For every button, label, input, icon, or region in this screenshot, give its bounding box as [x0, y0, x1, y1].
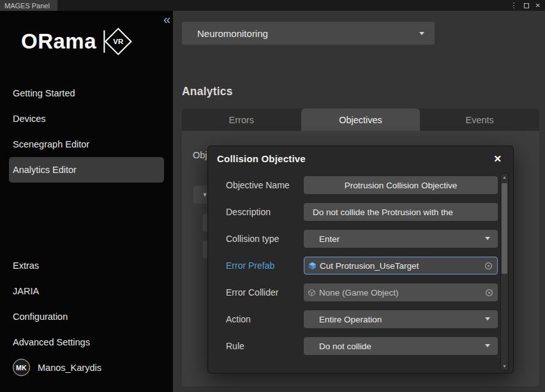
error-collider-value: None (Game Object): [319, 288, 481, 298]
action-value: Entire Operation: [319, 315, 382, 324]
sidebar-item-extras[interactable]: Extras: [9, 253, 164, 278]
vr-diamond-logo-icon: VR: [97, 24, 133, 59]
sidebar-item-label: Analytics Editor: [13, 165, 77, 175]
modal-scrollbar[interactable]: ▲ ▼: [500, 173, 509, 371]
sidebar-item-advanced-settings[interactable]: Advanced Settings: [9, 329, 164, 355]
sidebar-item-label: JARIA: [13, 286, 39, 296]
main-content: Neuromonitoring Analytics Errors Objecti…: [173, 11, 545, 392]
object-picker-icon[interactable]: [484, 261, 493, 271]
mages-panel-window: MAGES Panel ⋮ ✕ « ORama VR Getting Start…: [0, 0, 545, 392]
field-row: Rule Do not collide: [208, 333, 498, 359]
rule-dropdown[interactable]: Do not collide: [304, 337, 498, 355]
sidebar-item-devices[interactable]: Devices: [9, 106, 164, 132]
sidebar-item-label: Getting Started: [13, 88, 75, 98]
maximize-icon[interactable]: [524, 3, 529, 8]
kebab-menu-icon[interactable]: ⋮: [511, 2, 518, 9]
tab-objectives[interactable]: Objectives: [301, 109, 421, 131]
chevron-down-icon: [485, 344, 490, 347]
description-value: Do not collide the Protrusion with the: [313, 207, 453, 217]
collision-type-value: Enter: [319, 234, 340, 244]
objective-name-input[interactable]: Protrusion Collision Objective: [304, 176, 498, 194]
analytics-tabs: Errors Objectives Events: [182, 109, 539, 131]
scrollbar-thumb[interactable]: [502, 183, 507, 274]
logo-mark-text: VR: [113, 38, 123, 45]
collision-type-dropdown[interactable]: Enter: [304, 230, 498, 248]
logo-wordmark: ORama: [21, 29, 96, 54]
gameobject-cube-icon: [308, 289, 316, 297]
modal-fields: Objective Name Protrusion Collision Obje…: [208, 172, 498, 359]
scene-dropdown[interactable]: Neuromonitoring: [182, 22, 435, 45]
objective-name-value: Protrusion Collision Objective: [345, 181, 457, 190]
sidebar-spacer: [0, 183, 173, 253]
chevron-down-icon: [485, 317, 490, 320]
prefab-cube-icon: [308, 262, 317, 270]
tab-events[interactable]: Events: [420, 109, 539, 131]
error-collider-object-field[interactable]: None (Game Object): [304, 283, 498, 301]
user-profile[interactable]: MK Manos_Karydis: [13, 359, 101, 376]
sidebar-item-label: Scenegraph Editor: [13, 139, 89, 149]
field-row: Error Prefab Cut Protrusion_UseTarget: [208, 252, 498, 279]
chevron-down-icon: [419, 32, 424, 35]
field-row: Description Do not collide the Protrusio…: [208, 199, 498, 225]
sidebar: « ORama VR Getting Started Devices Scene…: [0, 11, 173, 392]
modal-header: Collision Objective ✕: [208, 146, 513, 170]
scroll-down-icon[interactable]: ▼: [501, 363, 508, 370]
avatar: MK: [13, 359, 30, 376]
object-picker-icon[interactable]: [484, 288, 494, 298]
field-label: Rule: [226, 341, 304, 351]
error-prefab-object-field[interactable]: Cut Protrusion_UseTarget: [304, 257, 498, 275]
page-title: Analytics: [182, 85, 233, 98]
sidebar-item-label: Extras: [13, 260, 39, 271]
sidebar-collapse-button[interactable]: «: [163, 11, 170, 27]
scroll-up-icon[interactable]: ▲: [501, 174, 508, 181]
scene-dropdown-value: Neuromonitoring: [197, 28, 268, 39]
chevron-down-icon: [485, 237, 490, 240]
sidebar-item-label: Advanced Settings: [13, 337, 90, 347]
sidebar-item-label: Configuration: [13, 312, 68, 322]
rule-value: Do not collide: [319, 342, 371, 351]
field-label: Error Prefab: [226, 260, 304, 271]
sidebar-item-label: Devices: [13, 114, 46, 124]
field-label: Error Collider: [226, 287, 304, 298]
tab-errors[interactable]: Errors: [182, 109, 301, 131]
field-row: Objective Name Protrusion Collision Obje…: [208, 172, 498, 199]
sidebar-item-analytics-editor[interactable]: Analytics Editor: [9, 157, 164, 183]
field-label: Description: [226, 207, 304, 217]
sidebar-item-configuration[interactable]: Configuration: [9, 304, 164, 329]
tab-label: Objectives: [339, 115, 382, 125]
action-dropdown[interactable]: Entire Operation: [304, 310, 498, 328]
field-label: Objective Name: [226, 180, 304, 190]
collision-objective-modal: Collision Objective ✕ Objective Name Pro…: [207, 146, 514, 373]
modal-title: Collision Objective: [217, 153, 306, 164]
panel-tab[interactable]: MAGES Panel: [0, 0, 57, 11]
field-row: Action Entire Operation: [208, 306, 498, 333]
modal-close-icon[interactable]: ✕: [491, 154, 504, 163]
field-row: Collision type Enter: [208, 225, 498, 252]
sidebar-item-jaria[interactable]: JARIA: [9, 278, 164, 304]
field-row: Error Collider None (Game Object): [208, 279, 498, 306]
window-close-icon[interactable]: ✕: [535, 3, 541, 9]
field-label: Collision type: [226, 234, 304, 244]
panel-tab-label: MAGES Panel: [4, 2, 50, 10]
sidebar-item-scenegraph-editor[interactable]: Scenegraph Editor: [9, 132, 164, 157]
sidebar-nav: Getting Started Devices Scenegraph Edito…: [0, 80, 173, 355]
titlebar: MAGES Panel ⋮ ✕: [0, 0, 545, 11]
field-label: Action: [226, 314, 304, 324]
error-prefab-value: Cut Protrusion_UseTarget: [320, 261, 481, 271]
orama-vr-logo: ORama VR: [21, 24, 133, 59]
titlebar-controls: ⋮ ✕: [511, 2, 545, 9]
user-name: Manos_Karydis: [38, 363, 101, 373]
tab-label: Events: [466, 115, 494, 125]
description-input[interactable]: Do not collide the Protrusion with the: [304, 203, 498, 221]
sidebar-item-getting-started[interactable]: Getting Started: [9, 80, 164, 106]
tab-label: Errors: [229, 115, 254, 125]
